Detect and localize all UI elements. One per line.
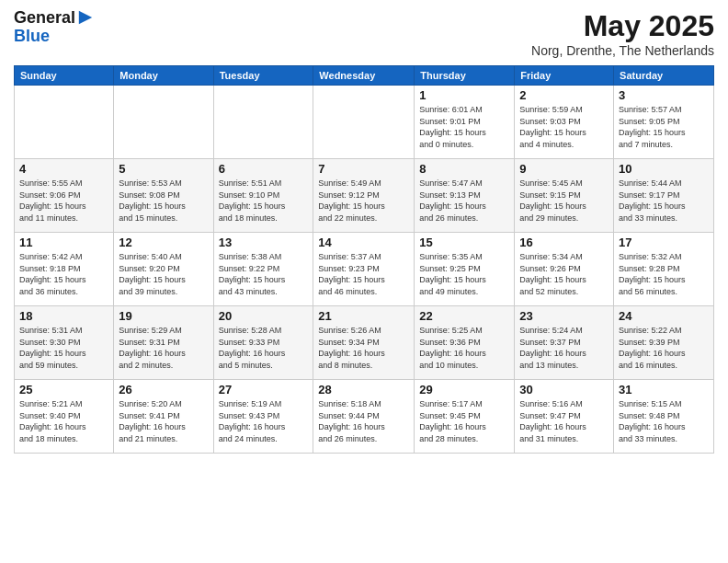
col-friday: Friday xyxy=(515,66,614,86)
day-number: 12 xyxy=(119,236,208,249)
day-number: 1 xyxy=(419,88,509,102)
day-number: 5 xyxy=(119,162,208,176)
day-number: 17 xyxy=(619,236,709,249)
day-info: Sunrise: 5:29 AMSunset: 9:31 PMDaylight:… xyxy=(119,325,208,371)
calendar-cell: 25Sunrise: 5:21 AMSunset: 9:40 PMDayligh… xyxy=(15,380,114,454)
day-info: Sunrise: 5:20 AMSunset: 9:41 PMDaylight:… xyxy=(119,398,208,444)
calendar-cell: 7Sunrise: 5:49 AMSunset: 9:12 PMDaylight… xyxy=(313,159,415,233)
day-number: 30 xyxy=(519,383,609,396)
day-info: Sunrise: 5:37 AMSunset: 9:23 PMDaylight:… xyxy=(318,251,409,297)
calendar-cell: 19Sunrise: 5:29 AMSunset: 9:31 PMDayligh… xyxy=(114,306,213,380)
day-info: Sunrise: 5:51 AMSunset: 9:10 PMDaylight:… xyxy=(219,178,309,224)
calendar-table: Sunday Monday Tuesday Wednesday Thursday… xyxy=(14,65,714,454)
day-number: 7 xyxy=(318,162,409,176)
calendar-cell xyxy=(213,86,313,159)
day-info: Sunrise: 5:47 AMSunset: 9:13 PMDaylight:… xyxy=(419,178,509,224)
day-info: Sunrise: 5:32 AMSunset: 9:28 PMDaylight:… xyxy=(619,251,709,297)
day-info: Sunrise: 5:28 AMSunset: 9:33 PMDaylight:… xyxy=(219,325,309,371)
col-thursday: Thursday xyxy=(415,66,515,86)
month-year-title: May 2025 xyxy=(531,9,714,43)
logo-general-text: General xyxy=(14,9,75,28)
title-block: May 2025 Norg, Drenthe, The Netherlands xyxy=(531,9,714,58)
header: General Blue May 2025 Norg, Drenthe, The… xyxy=(14,9,714,58)
calendar-cell: 1Sunrise: 6:01 AMSunset: 9:01 PMDaylight… xyxy=(415,86,515,159)
day-number: 26 xyxy=(119,383,208,396)
day-number: 11 xyxy=(19,236,108,249)
day-info: Sunrise: 5:15 AMSunset: 9:48 PMDaylight:… xyxy=(619,398,709,444)
day-info: Sunrise: 5:22 AMSunset: 9:39 PMDaylight:… xyxy=(619,325,709,371)
day-number: 9 xyxy=(519,162,609,176)
calendar-week-row-3: 18Sunrise: 5:31 AMSunset: 9:30 PMDayligh… xyxy=(15,306,714,380)
day-info: Sunrise: 5:35 AMSunset: 9:25 PMDaylight:… xyxy=(419,251,509,297)
day-info: Sunrise: 5:45 AMSunset: 9:15 PMDaylight:… xyxy=(519,178,609,224)
day-info: Sunrise: 6:01 AMSunset: 9:01 PMDaylight:… xyxy=(419,104,509,150)
calendar-cell: 18Sunrise: 5:31 AMSunset: 9:30 PMDayligh… xyxy=(15,306,114,380)
calendar-cell: 24Sunrise: 5:22 AMSunset: 9:39 PMDayligh… xyxy=(614,306,714,380)
col-sunday: Sunday xyxy=(15,66,114,86)
calendar-cell: 17Sunrise: 5:32 AMSunset: 9:28 PMDayligh… xyxy=(614,233,714,306)
location-subtitle: Norg, Drenthe, The Netherlands xyxy=(531,43,714,58)
day-info: Sunrise: 5:18 AMSunset: 9:44 PMDaylight:… xyxy=(318,398,409,444)
day-info: Sunrise: 5:59 AMSunset: 9:03 PMDaylight:… xyxy=(519,104,609,150)
calendar-cell: 3Sunrise: 5:57 AMSunset: 9:05 PMDaylight… xyxy=(614,86,714,159)
day-number: 2 xyxy=(519,88,609,102)
day-number: 31 xyxy=(619,383,709,396)
calendar-cell: 22Sunrise: 5:25 AMSunset: 9:36 PMDayligh… xyxy=(415,306,515,380)
logo-blue-text: Blue xyxy=(14,28,94,46)
day-info: Sunrise: 5:25 AMSunset: 9:36 PMDaylight:… xyxy=(419,325,509,371)
day-number: 21 xyxy=(318,309,409,323)
day-info: Sunrise: 5:38 AMSunset: 9:22 PMDaylight:… xyxy=(219,251,309,297)
calendar-cell xyxy=(15,86,114,159)
day-info: Sunrise: 5:24 AMSunset: 9:37 PMDaylight:… xyxy=(519,325,609,371)
calendar-cell: 28Sunrise: 5:18 AMSunset: 9:44 PMDayligh… xyxy=(313,380,415,454)
calendar-cell: 12Sunrise: 5:40 AMSunset: 9:20 PMDayligh… xyxy=(114,233,213,306)
day-number: 10 xyxy=(619,162,709,176)
day-info: Sunrise: 5:57 AMSunset: 9:05 PMDaylight:… xyxy=(619,104,709,150)
calendar-cell: 2Sunrise: 5:59 AMSunset: 9:03 PMDaylight… xyxy=(515,86,614,159)
day-info: Sunrise: 5:34 AMSunset: 9:26 PMDaylight:… xyxy=(519,251,609,297)
calendar-cell: 11Sunrise: 5:42 AMSunset: 9:18 PMDayligh… xyxy=(15,233,114,306)
day-number: 25 xyxy=(19,383,108,396)
day-info: Sunrise: 5:21 AMSunset: 9:40 PMDaylight:… xyxy=(19,398,108,444)
day-number: 24 xyxy=(619,309,709,323)
calendar-cell: 13Sunrise: 5:38 AMSunset: 9:22 PMDayligh… xyxy=(213,233,313,306)
calendar-week-row-0: 1Sunrise: 6:01 AMSunset: 9:01 PMDaylight… xyxy=(15,86,714,159)
calendar-cell: 29Sunrise: 5:17 AMSunset: 9:45 PMDayligh… xyxy=(415,380,515,454)
logo: General Blue xyxy=(14,9,94,46)
day-number: 3 xyxy=(619,88,709,102)
logo-flag-icon xyxy=(77,9,94,26)
calendar-cell: 14Sunrise: 5:37 AMSunset: 9:23 PMDayligh… xyxy=(313,233,415,306)
calendar-cell xyxy=(114,86,213,159)
day-number: 4 xyxy=(19,162,108,176)
calendar-cell: 6Sunrise: 5:51 AMSunset: 9:10 PMDaylight… xyxy=(213,159,313,233)
calendar-header-row: Sunday Monday Tuesday Wednesday Thursday… xyxy=(15,66,714,86)
calendar-cell: 30Sunrise: 5:16 AMSunset: 9:47 PMDayligh… xyxy=(515,380,614,454)
day-number: 23 xyxy=(519,309,609,323)
day-info: Sunrise: 5:42 AMSunset: 9:18 PMDaylight:… xyxy=(19,251,108,297)
calendar-cell: 16Sunrise: 5:34 AMSunset: 9:26 PMDayligh… xyxy=(515,233,614,306)
day-info: Sunrise: 5:55 AMSunset: 9:06 PMDaylight:… xyxy=(19,178,108,224)
day-number: 18 xyxy=(19,309,108,323)
calendar-cell xyxy=(313,86,415,159)
calendar-week-row-4: 25Sunrise: 5:21 AMSunset: 9:40 PMDayligh… xyxy=(15,380,714,454)
svg-marker-0 xyxy=(79,11,92,24)
day-number: 28 xyxy=(318,383,409,396)
calendar-cell: 15Sunrise: 5:35 AMSunset: 9:25 PMDayligh… xyxy=(415,233,515,306)
day-number: 8 xyxy=(419,162,509,176)
day-info: Sunrise: 5:19 AMSunset: 9:43 PMDaylight:… xyxy=(219,398,309,444)
day-info: Sunrise: 5:53 AMSunset: 9:08 PMDaylight:… xyxy=(119,178,208,224)
calendar-cell: 8Sunrise: 5:47 AMSunset: 9:13 PMDaylight… xyxy=(415,159,515,233)
col-tuesday: Tuesday xyxy=(213,66,313,86)
day-info: Sunrise: 5:17 AMSunset: 9:45 PMDaylight:… xyxy=(419,398,509,444)
calendar-cell: 5Sunrise: 5:53 AMSunset: 9:08 PMDaylight… xyxy=(114,159,213,233)
day-number: 15 xyxy=(419,236,509,249)
day-number: 20 xyxy=(219,309,309,323)
day-number: 13 xyxy=(219,236,309,249)
day-info: Sunrise: 5:26 AMSunset: 9:34 PMDaylight:… xyxy=(318,325,409,371)
calendar-cell: 27Sunrise: 5:19 AMSunset: 9:43 PMDayligh… xyxy=(213,380,313,454)
calendar-cell: 10Sunrise: 5:44 AMSunset: 9:17 PMDayligh… xyxy=(614,159,714,233)
day-number: 29 xyxy=(419,383,509,396)
day-info: Sunrise: 5:40 AMSunset: 9:20 PMDaylight:… xyxy=(119,251,208,297)
calendar-week-row-1: 4Sunrise: 5:55 AMSunset: 9:06 PMDaylight… xyxy=(15,159,714,233)
calendar-week-row-2: 11Sunrise: 5:42 AMSunset: 9:18 PMDayligh… xyxy=(15,233,714,306)
